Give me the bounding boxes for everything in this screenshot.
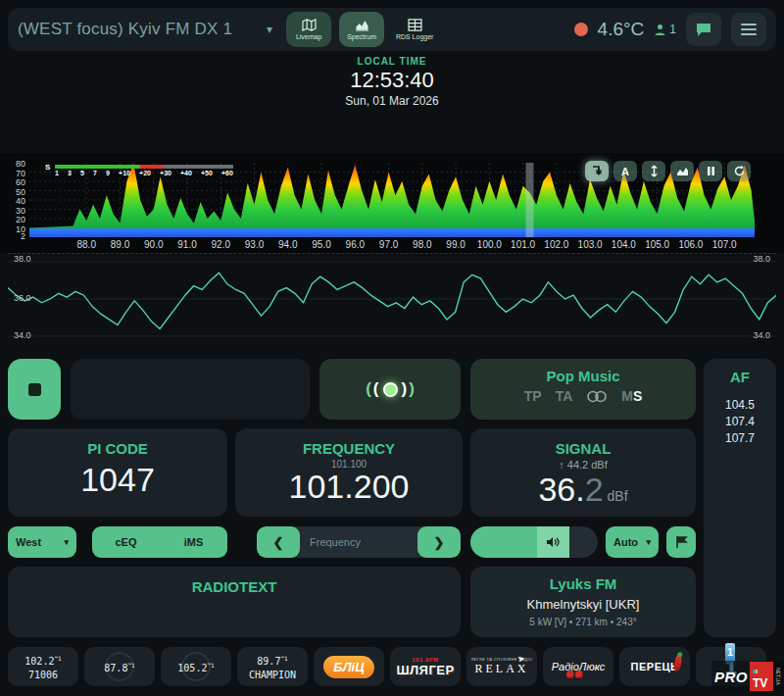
rds-logger-button[interactable]: RDS Logger [392,12,437,47]
stereo-icon [586,390,608,403]
spectrum-y-tick: 40 [16,196,25,206]
preset-station-blitz[interactable]: БЛіЦ [314,647,384,686]
pi-code-panel: PI CODE 1047 [8,428,227,517]
scan-updown-icon [648,165,661,177]
user-icon [654,24,666,36]
spectrum-y-axis: 80706050403020102 [4,163,27,237]
mode-select[interactable]: Auto▾ [606,526,659,558]
spectrum-x-tick: 97.0 [379,239,398,250]
spectrum-y-tick: 60 [16,177,25,187]
spectrum-x-tick: 95.0 [312,239,330,250]
letter-a-icon: A [621,166,629,177]
tune-up-button[interactable]: ❯ [417,526,461,558]
preset-station-relax[interactable]: ЛЕГКЕ ТА СПОКІЙНЕ РАДІО RELAX ➤ [466,647,537,686]
af-frequency[interactable]: 104.5 [704,397,776,414]
spectrum-x-tick: 92.0 [212,239,230,250]
hist-label-34-left: 34.0 [14,330,31,340]
ms-flag: MS [621,388,642,404]
antenna-signal-button[interactable]: (()) [319,359,461,420]
pause-icon [705,165,717,177]
spectrum-x-tick: 101.0 [511,239,535,250]
cherries-icon [566,667,584,681]
scan-down-icon [591,165,604,177]
frequency-input[interactable] [300,526,417,558]
ta-flag: TA [556,388,573,404]
spectrum-x-axis: 88.089.090.091.092.093.094.095.096.097.0… [29,239,755,252]
spectrum-graph-button[interactable] [670,161,694,181]
hist-label-38-left: 38.0 [14,254,31,264]
af-frequency-list[interactable]: 104.5107.4107.7 [704,397,776,447]
af-frequency[interactable]: 107.7 [704,430,776,447]
bird-icon: ➤ [516,653,526,665]
spectrum-x-tick: 102.0 [544,239,568,250]
tp-flag: TP [524,388,542,404]
spectrum-y-tick: 20 [16,215,25,224]
spectrum-x-tick: 91.0 [177,239,196,250]
volume-handle[interactable] [537,526,570,558]
af-label: AF [704,369,776,385]
preset-station-shlyager[interactable]: 101.9FM ШЛЯГЕР [390,647,461,686]
chevron-down-icon[interactable]: ▾ [267,23,272,36]
ukraine-flag-icon [240,23,261,36]
frequency-value[interactable]: 101.200 [235,470,463,503]
spectrum-x-tick: 90.0 [144,239,163,250]
s-meter-bar [55,165,233,169]
spectrum-x-tick: 100.0 [477,239,502,250]
antenna-select[interactable]: West▾ [8,526,76,558]
radiotext-label: RADIOTEXT [8,578,461,595]
menu-button[interactable] [731,13,766,46]
spectrum-x-tick: 93.0 [245,239,264,250]
preset-station-1[interactable]: 102.2™1 71006 [8,647,78,686]
af-frequency[interactable]: 107.4 [704,414,776,430]
temperature: 4.6°C [598,19,645,40]
server-title[interactable]: (WEST focus) Kyiv FM DX 1 [18,20,232,39]
spectrum-button[interactable]: Spectrum [339,12,384,47]
spectrum-x-tick: 105.0 [645,239,669,250]
flag-report-button[interactable] [666,526,696,558]
broadcast-icon: (()) [366,379,415,399]
local-time-block: LOCAL TIME 12:53:40 Sun, 01 Mar 2026 [0,56,784,108]
station-details: 5 kW [V] • 271 km • 243° [470,617,696,627]
listener-count: 1 [654,23,676,36]
chat-button[interactable] [686,13,721,46]
shlyager-logo: ШЛЯГЕР [390,663,461,677]
clock-date: Sun, 01 Mar 2026 [0,94,784,108]
refresh-button[interactable] [727,161,751,181]
tune-down-button[interactable]: ❮ [257,526,300,558]
scan-down-button[interactable] [585,161,609,181]
preset-station-lux[interactable]: РадіоЛюкс [543,647,613,686]
frequency-label: FREQUENCY [235,440,463,457]
volume-fill [470,526,537,558]
signal-history-graph: 38.0 36.0 34.0 38.0 34.0 [8,253,776,347]
auto-scan-button[interactable]: A [613,161,637,181]
spectrum-chart-icon [355,19,369,31]
preset-station-4[interactable]: 89.7™1 CHAMPION [237,647,308,686]
header: (WEST focus) Kyiv FM DX 1 ▾ Livemap Spec… [8,8,776,51]
scan-updown-button[interactable] [642,161,665,181]
spectrum-toolbar: A [585,161,751,181]
frequency-stepper: ❮ ❯ [257,526,461,558]
pi-code-label: PI CODE [8,440,227,457]
signal-history-plot [8,254,776,348]
preset-station-2[interactable]: 87.8™1 [84,647,155,686]
s-meter-label: S [45,163,50,172]
ims-button[interactable]: iMS [160,526,227,558]
eq-ims-group: cEQ iMS [92,526,227,558]
stop-button[interactable] [8,359,61,420]
preset-station-perets[interactable]: ПЕРЕЦЬ [619,647,690,686]
spectrum-graph-icon [676,165,689,177]
pty-panel: Pop Music TP TA MS [470,359,696,420]
fmdx-webserver-app: (WEST focus) Kyiv FM DX 1 ▾ Livemap Spec… [0,0,784,696]
volume-slider[interactable] [470,526,598,558]
livemap-button[interactable]: Livemap [286,12,331,47]
eq-button[interactable]: cEQ [92,526,160,558]
spectrum-analyzer[interactable]: 80706050403020102 S 13579+10+20+30+40+50… [0,153,784,253]
pi-code-value: 1047 [8,463,227,496]
station-name: Lyuks FM [470,575,696,592]
pause-button[interactable] [699,161,722,181]
signal-value: 36.2dBf [470,471,696,509]
signal-peak: ↑ 44.2 dBf [470,459,696,471]
preset-station-3[interactable]: 105.2™1 [161,647,231,686]
chevron-down-icon: ▾ [646,537,651,547]
spectrum-x-tick: 106.0 [678,239,703,250]
